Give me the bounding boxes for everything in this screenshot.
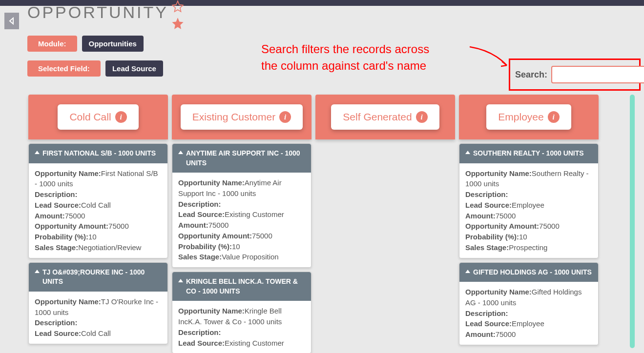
kanban-card[interactable]: FIRST NATIONAL S/B - 1000 UNITS Opportun… — [28, 143, 168, 258]
card-body: Opportunity Name:First National S/B - 10… — [29, 163, 167, 258]
module-value[interactable]: Opportunities — [82, 36, 144, 52]
selected-field-label: Selected Field: — [27, 60, 101, 77]
card-title[interactable]: FIRST NATIONAL S/B - 1000 UNITS — [29, 144, 167, 163]
info-icon[interactable]: i — [416, 111, 428, 123]
star-fill-icon[interactable] — [171, 17, 185, 32]
kanban-card[interactable]: TJ O&#039;ROURKE INC - 1000 UNITS Opport… — [28, 262, 168, 344]
column-cold-call: Cold Call i FIRST NATIONAL S/B - 1000 UN… — [28, 95, 168, 353]
column-header-button[interactable]: Self Generated i — [331, 104, 439, 130]
card-body: Opportunity Name:Gifted Holdings AG - 10… — [459, 282, 598, 345]
page-title: OPPORTUNITY — [27, 3, 168, 22]
card-title[interactable]: SOUTHERN REALTY - 1000 UNITS — [459, 144, 598, 163]
column-title: Cold Call — [69, 111, 111, 123]
kanban-card[interactable]: KRINGLE BELL INCK.A. TOWER & CO - 1000 U… — [172, 272, 312, 353]
column-title: Employee — [498, 111, 543, 123]
annotation-text: Search filters the records across the co… — [261, 41, 429, 74]
module-label: Module: — [27, 36, 77, 52]
triangle-left-icon — [8, 17, 16, 25]
info-icon[interactable]: i — [115, 111, 127, 123]
annotation-arrow-icon — [469, 46, 513, 75]
search-input[interactable] — [551, 66, 644, 83]
column-header: Employee i — [459, 95, 599, 139]
star-outline-icon[interactable] — [171, 0, 184, 15]
card-body: Opportunity Name:Kringle Bell IncK.A. To… — [172, 301, 311, 353]
card-title[interactable]: KRINGLE BELL INCK.A. TOWER & CO - 1000 U… — [172, 272, 311, 301]
back-button[interactable] — [4, 13, 19, 29]
column-existing-customer: Existing Customer i ANYTIME AIR SUPPORT … — [172, 95, 312, 353]
kanban-card[interactable]: GIFTED HOLDINGS AG - 1000 UNITS Opportun… — [459, 262, 599, 345]
search-container: Search: — [509, 59, 641, 91]
column-header: Cold Call i — [28, 95, 168, 139]
card-body: Opportunity Name:TJ O'Rourke Inc - 1000 … — [29, 292, 167, 344]
column-header: Self Generated i — [315, 95, 455, 139]
info-icon[interactable]: i — [548, 111, 560, 123]
scrollbar[interactable] — [630, 95, 635, 348]
card-body: Opportunity Name:Southern Realty - 1000 … — [459, 163, 598, 258]
selected-field-value[interactable]: Lead Source — [105, 60, 163, 77]
column-header-button[interactable]: Existing Customer i — [181, 104, 303, 130]
info-icon[interactable]: i — [279, 111, 291, 123]
column-employee: Employee i SOUTHERN REALTY - 1000 UNITS … — [459, 95, 599, 353]
kanban-card[interactable]: ANYTIME AIR SUPPORT INC - 1000 UNITS Opp… — [172, 143, 312, 268]
column-header-button[interactable]: Employee i — [486, 104, 571, 130]
kanban-card[interactable]: SOUTHERN REALTY - 1000 UNITS Opportunity… — [459, 143, 599, 258]
card-body: Opportunity Name:Anytime Air Support Inc… — [172, 173, 311, 267]
card-title[interactable]: GIFTED HOLDINGS AG - 1000 UNITS — [459, 263, 598, 282]
kanban-board: Cold Call i FIRST NATIONAL S/B - 1000 UN… — [28, 95, 634, 353]
search-label: Search: — [515, 70, 547, 80]
column-title: Existing Customer — [192, 111, 275, 123]
column-self-generated: Self Generated i — [315, 95, 455, 353]
column-header-button[interactable]: Cold Call i — [58, 104, 138, 130]
column-header: Existing Customer i — [172, 95, 312, 139]
card-title[interactable]: ANYTIME AIR SUPPORT INC - 1000 UNITS — [172, 144, 311, 173]
card-title[interactable]: TJ O&#039;ROURKE INC - 1000 UNITS — [29, 263, 167, 292]
column-title: Self Generated — [343, 111, 412, 123]
